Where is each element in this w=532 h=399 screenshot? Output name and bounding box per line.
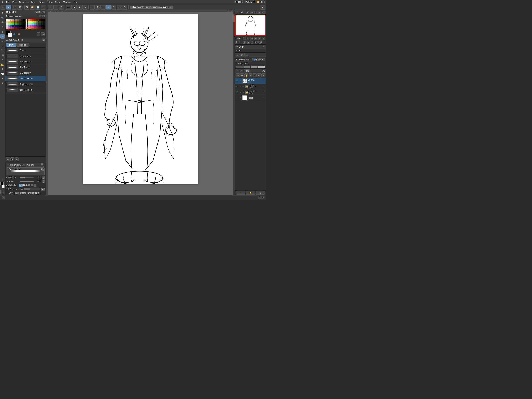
color-swatch-32[interactable] — [36, 21, 38, 23]
color-swatch-2[interactable] — [10, 19, 12, 21]
rotate-reset-btn[interactable]: ↩ — [251, 40, 254, 44]
paper-menu[interactable]: ⋮ — [263, 96, 265, 99]
toolbar-shape-btn[interactable]: ○ — [12, 5, 17, 10]
color-swatch-70[interactable] — [41, 25, 43, 27]
aa-stepper[interactable]: ▲ ▼ — [34, 184, 36, 187]
color-swatch-39[interactable] — [13, 23, 14, 25]
color-set-menu-btn[interactable]: ≡ — [42, 15, 44, 17]
color-swatch-19[interactable] — [8, 21, 10, 23]
color-swatch-75[interactable] — [13, 27, 14, 29]
tool-correct[interactable]: ✦ — [0, 76, 5, 81]
color-swatch-9[interactable] — [25, 19, 27, 21]
color-swatch-5[interactable] — [17, 19, 19, 21]
color-swatch-16[interactable] — [41, 19, 43, 21]
color-swatch-49[interactable] — [34, 23, 36, 25]
tool-move[interactable]: ✥ — [0, 20, 5, 25]
bg-color-large[interactable] — [1, 185, 5, 188]
color-swatch-41[interactable] — [17, 23, 19, 25]
layer-delete-btn[interactable]: 🗑 — [256, 191, 265, 195]
lock-pos-btn[interactable]: 🔒 — [244, 73, 248, 77]
lock-extra3-btn[interactable]: ▶ — [257, 73, 261, 77]
layer-folder-btn[interactable]: 📁 — [246, 191, 255, 195]
color-swatch-7[interactable] — [21, 19, 23, 21]
zoom-in-btn[interactable]: + — [247, 37, 250, 40]
tool-brush[interactable]: ✏ — [0, 39, 5, 43]
color-swatch-45[interactable] — [25, 23, 27, 25]
color-swatch-18[interactable] — [6, 21, 8, 23]
color-swatch-23[interactable] — [17, 21, 19, 23]
toolbar-help-btn[interactable]: ? — [122, 5, 127, 10]
color-set-settings-btn[interactable]: ⚙ — [38, 11, 41, 13]
color-swatch-78[interactable] — [19, 27, 21, 29]
tool-navigation[interactable]: ⊿ — [0, 177, 5, 181]
color-swatch-11[interactable] — [30, 19, 32, 21]
sub-tool-delete-btn[interactable]: 🗑 — [15, 157, 19, 161]
toolbar-undo-btn[interactable]: ↩ — [66, 5, 71, 10]
color-swatch-89[interactable] — [43, 27, 45, 29]
sub-tool-item-7[interactable]: Tapered pen — [5, 87, 46, 93]
color-swatch-76[interactable] — [15, 27, 17, 29]
tool-frame[interactable]: ⊞ — [0, 81, 5, 85]
color-swatch-65[interactable] — [30, 25, 32, 27]
tool-fill[interactable]: ⬛ — [0, 48, 5, 53]
color-swatch-53[interactable] — [43, 23, 45, 25]
tool-nav-2[interactable] — [243, 66, 250, 68]
color-swatch-28[interactable] — [28, 21, 30, 23]
paper-edit[interactable]: ✎ — [239, 97, 242, 99]
tool-nav-3[interactable] — [251, 66, 258, 68]
color-swatch-0[interactable] — [6, 19, 8, 21]
color-swatch-22[interactable] — [15, 21, 17, 23]
color-swatch-74[interactable] — [10, 27, 12, 29]
toolbar-collapse-btn[interactable]: ▼ — [260, 5, 265, 10]
color-swatch-79[interactable] — [21, 27, 23, 29]
color-swatch-13[interactable] — [34, 19, 36, 21]
menu-edit[interactable]: Edit — [13, 1, 16, 3]
color-swatch-33[interactable] — [38, 21, 40, 23]
color-swatch-3[interactable] — [13, 19, 14, 21]
tool-nav-4[interactable] — [258, 66, 265, 68]
menu-window[interactable]: Window — [63, 1, 70, 3]
aa-dot-4[interactable] — [31, 184, 33, 187]
color-swatch-85[interactable] — [34, 27, 36, 29]
color-swatch-27[interactable] — [25, 21, 27, 23]
color-swatch-57[interactable] — [13, 25, 14, 27]
folder-2-edit[interactable]: ✎ — [239, 91, 242, 94]
color-swatch-66[interactable] — [32, 25, 34, 27]
color-swatch-31[interactable] — [34, 21, 36, 23]
color-swatch-52[interactable] — [41, 23, 43, 25]
color-swatch-72[interactable] — [6, 27, 8, 29]
zoom-reset-btn[interactable]: ↩ — [254, 37, 257, 40]
post-correction-checkbox[interactable]: ✓ — [6, 188, 9, 190]
color-swatch-80[interactable] — [23, 27, 25, 29]
toolbar-flip-v-btn[interactable]: ↕ — [53, 5, 58, 10]
panel-collapse-btn[interactable]: ▼ — [236, 11, 238, 13]
color-swatch-55[interactable] — [8, 25, 10, 27]
nav-extra4-btn[interactable]: ◁ — [262, 11, 265, 14]
menu-select[interactable]: Select — [39, 1, 45, 3]
color-more-btn[interactable]: ⋯ — [37, 32, 40, 36]
sub-tool-item-3[interactable]: Turnip pen — [5, 64, 46, 70]
layer-folder-2[interactable]: 👁 ✎ ▶ 📁 Folder 1 50 % ⋮ — [235, 90, 266, 95]
folder-2-eye[interactable]: 👁 — [236, 91, 239, 94]
tool-transform[interactable]: ⊡ — [0, 25, 5, 29]
status-settings-btn[interactable]: ⚙ — [261, 196, 265, 199]
status-icon[interactable]: ⊞ — [1, 196, 5, 199]
zoom-extra1-btn[interactable]: ▷ — [258, 37, 261, 40]
color-swatch-59[interactable] — [17, 25, 19, 27]
color-swatch-25[interactable] — [21, 21, 23, 23]
color-swatch-12[interactable] — [32, 19, 34, 21]
color-swatch-10[interactable] — [28, 19, 30, 21]
tool-extra-1[interactable] — [0, 190, 2, 192]
layers-settings-btn[interactable]: ≡ — [262, 45, 265, 48]
doc-tab[interactable]: Illustration37[Restore]* (8.50 x 11.00in… — [130, 6, 173, 9]
color-picker-btn[interactable]: ◎ — [41, 32, 44, 36]
color-swatch-14[interactable] — [36, 19, 38, 21]
aa-type-icon[interactable]: ⊞ — [19, 184, 22, 187]
layer-5-menu[interactable]: ⋮ — [263, 79, 265, 82]
background-color[interactable] — [8, 33, 13, 37]
menu-help[interactable]: Help — [73, 1, 77, 3]
color-swatch-6[interactable] — [19, 19, 21, 21]
color-swatch-68[interactable] — [36, 25, 38, 27]
color-swatch-73[interactable] — [8, 27, 10, 29]
folder-1-eye[interactable]: 👁 — [236, 85, 239, 88]
